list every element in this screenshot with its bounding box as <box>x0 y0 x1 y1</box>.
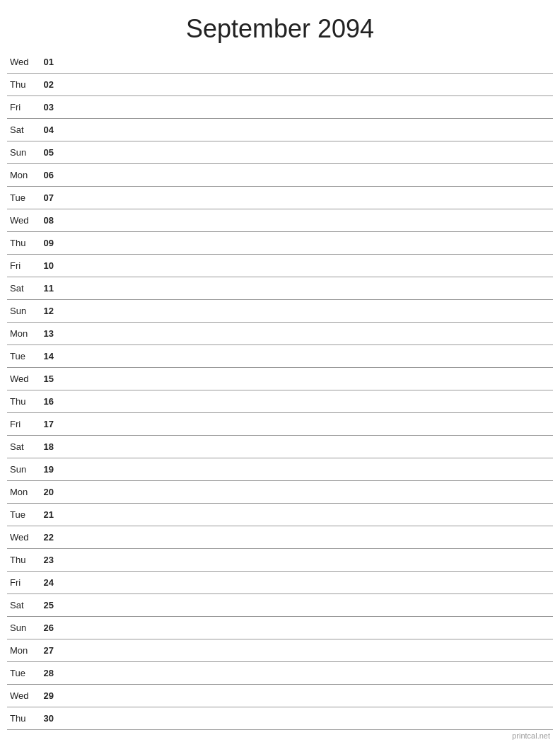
day-row: Thu23 <box>7 549 553 572</box>
day-name: Wed <box>7 215 34 226</box>
day-name: Tue <box>7 192 34 203</box>
page-title: September 2094 <box>0 0 560 51</box>
day-line <box>59 424 553 424</box>
day-number: 28 <box>34 668 54 678</box>
day-line <box>59 175 553 175</box>
day-number: 19 <box>34 464 54 475</box>
day-line <box>59 673 553 673</box>
day-line <box>59 265 553 266</box>
day-name: Mon <box>7 170 34 180</box>
day-name: Sat <box>7 441 34 452</box>
day-line <box>59 582 553 583</box>
day-line <box>59 62 553 62</box>
day-name: Wed <box>7 532 34 543</box>
day-line <box>59 560 553 560</box>
day-name: Wed <box>7 374 34 384</box>
day-line <box>59 469 553 470</box>
day-number: 08 <box>34 215 54 226</box>
day-number: 21 <box>34 509 54 520</box>
day-row: Tue21 <box>7 504 553 526</box>
day-number: 09 <box>34 238 54 248</box>
day-line <box>59 152 553 153</box>
day-line <box>59 695 553 696</box>
day-number: 11 <box>34 283 54 294</box>
day-name: Thu <box>7 396 34 407</box>
day-number: 23 <box>34 555 54 565</box>
day-name: Wed <box>7 690 34 701</box>
day-number: 16 <box>34 396 54 407</box>
day-name: Sat <box>7 124 34 135</box>
day-row: Sun19 <box>7 458 553 481</box>
day-line <box>59 401 553 402</box>
day-row: Sat18 <box>7 436 553 458</box>
day-name: Tue <box>7 351 34 361</box>
day-number: 10 <box>34 260 54 271</box>
day-line <box>59 650 553 651</box>
day-number: 24 <box>34 577 54 588</box>
day-name: Mon <box>7 645 34 656</box>
day-number: 01 <box>34 57 54 67</box>
day-row: Sun05 <box>7 141 553 164</box>
day-name: Wed <box>7 57 34 67</box>
day-name: Sat <box>7 283 34 294</box>
day-name: Fri <box>7 260 34 271</box>
day-number: 26 <box>34 622 54 633</box>
day-row: Sat11 <box>7 277 553 300</box>
day-number: 14 <box>34 351 54 361</box>
day-line <box>59 243 553 243</box>
day-row: Tue28 <box>7 662 553 685</box>
day-line <box>59 718 553 719</box>
watermark: printcal.net <box>512 731 550 740</box>
day-line <box>59 356 553 357</box>
day-number: 07 <box>34 192 54 203</box>
day-line <box>59 446 553 447</box>
day-row: Mon06 <box>7 164 553 187</box>
day-row: Tue14 <box>7 345 553 368</box>
day-number: 04 <box>34 124 54 135</box>
day-name: Mon <box>7 328 34 339</box>
day-row: Wed08 <box>7 209 553 232</box>
day-line <box>59 537 553 538</box>
day-row: Mon27 <box>7 639 553 662</box>
day-row: Thu30 <box>7 707 553 730</box>
day-row: Wed15 <box>7 368 553 390</box>
day-row: Mon13 <box>7 323 553 345</box>
day-line <box>59 378 553 379</box>
day-number: 02 <box>34 79 54 90</box>
day-row: Fri24 <box>7 572 553 594</box>
day-name: Sun <box>7 622 34 633</box>
day-row: Thu02 <box>7 74 553 96</box>
day-name: Sun <box>7 147 34 158</box>
day-row: Tue07 <box>7 187 553 209</box>
day-name: Sun <box>7 464 34 475</box>
day-line <box>59 84 553 85</box>
day-name: Thu <box>7 79 34 90</box>
day-row: Wed29 <box>7 685 553 707</box>
day-row: Sat25 <box>7 594 553 617</box>
day-line <box>59 129 553 130</box>
day-row: Wed01 <box>7 51 553 74</box>
day-line <box>59 514 553 515</box>
day-name: Fri <box>7 419 34 429</box>
day-name: Tue <box>7 668 34 678</box>
day-name: Fri <box>7 102 34 112</box>
day-row: Thu16 <box>7 390 553 413</box>
day-name: Thu <box>7 238 34 248</box>
day-number: 05 <box>34 147 54 158</box>
day-line <box>59 492 553 492</box>
day-line <box>59 605 553 606</box>
day-row: Sun26 <box>7 617 553 639</box>
day-line <box>59 288 553 289</box>
day-name: Mon <box>7 487 34 497</box>
day-number: 22 <box>34 532 54 543</box>
day-row: Fri10 <box>7 255 553 277</box>
day-line <box>59 220 553 221</box>
day-row: Sun12 <box>7 300 553 323</box>
day-line <box>59 311 553 311</box>
day-number: 18 <box>34 441 54 452</box>
day-name: Thu <box>7 713 34 724</box>
day-number: 03 <box>34 102 54 112</box>
day-row: Fri03 <box>7 96 553 119</box>
day-number: 17 <box>34 419 54 429</box>
day-name: Sun <box>7 306 34 316</box>
